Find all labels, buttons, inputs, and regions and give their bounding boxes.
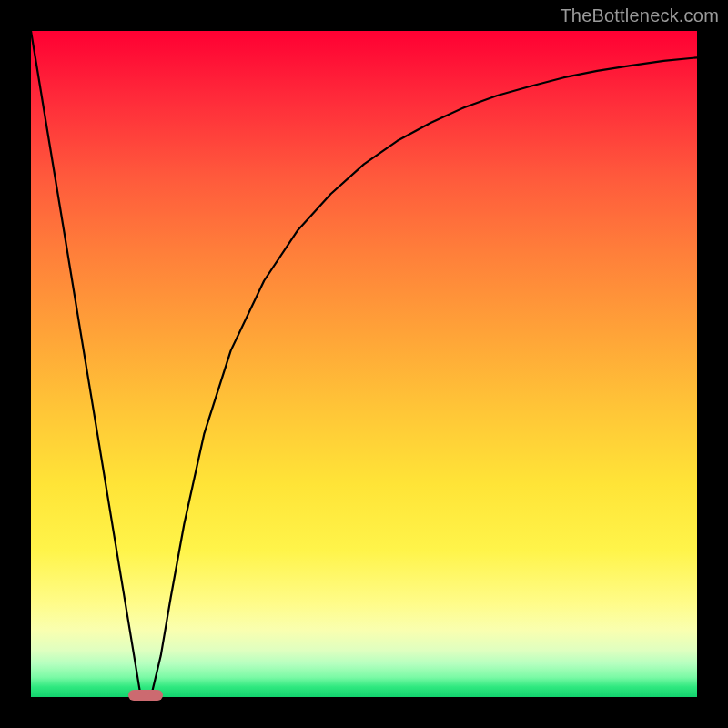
plot-area: [31, 31, 697, 697]
curve-path: [31, 31, 697, 697]
watermark-text: TheBottleneck.com: [560, 5, 719, 26]
bottleneck-curve: [31, 31, 697, 697]
chart-frame: TheBottleneck.com: [0, 0, 728, 728]
minimum-marker: [128, 690, 163, 701]
